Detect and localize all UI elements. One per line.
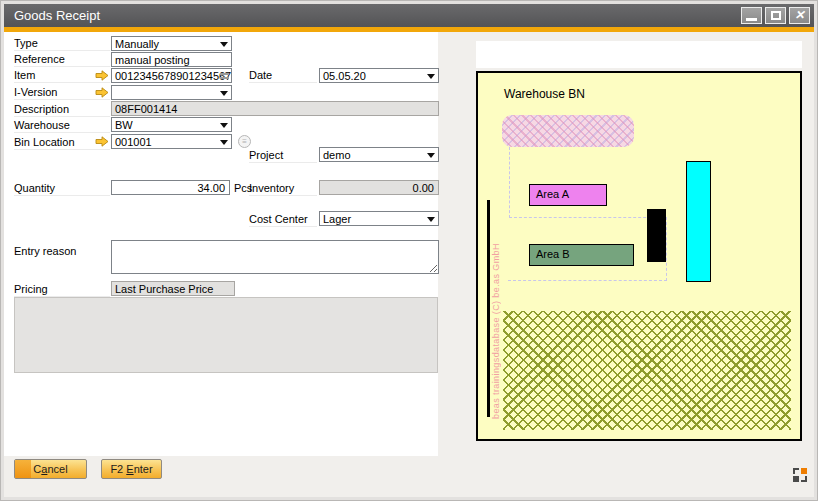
default-button-marker xyxy=(15,460,31,478)
link-arrow-icon[interactable] xyxy=(95,87,109,98)
warehouse-dropdown[interactable]: BW xyxy=(111,117,232,132)
route-dash-line xyxy=(509,147,510,218)
project-dropdown[interactable]: demo xyxy=(319,147,439,162)
type-label: Type xyxy=(14,37,110,51)
pricing-label: Pricing xyxy=(14,283,110,297)
inventory-label: Inventory xyxy=(249,182,317,196)
close-icon: ✕ xyxy=(794,8,804,23)
close-button[interactable]: ✕ xyxy=(789,7,810,24)
item-input[interactable]: 0012345678901234567890 xyxy=(111,68,232,83)
minimize-button[interactable] xyxy=(741,7,762,24)
watermark-text: beas trainingsdatabase (C) be.as GmbH xyxy=(491,213,501,419)
chevron-down-icon[interactable] xyxy=(427,74,435,79)
date-dropdown[interactable]: 05.05.20 xyxy=(319,68,439,83)
chevron-down-icon[interactable] xyxy=(220,91,228,96)
goods-receipt-window: Goods Receipt ✕ Type Manually Reference … xyxy=(0,0,818,501)
cancel-button[interactable]: Cancel xyxy=(14,459,87,479)
pricing-field: Last Purchase Price xyxy=(111,281,235,296)
black-rack[interactable] xyxy=(647,209,666,262)
quantity-input[interactable]: 34.00 xyxy=(111,180,230,195)
wall-line xyxy=(487,200,490,417)
chevron-down-icon[interactable] xyxy=(427,153,435,158)
staging-zone[interactable] xyxy=(502,115,634,147)
storage-hatch-area[interactable] xyxy=(503,311,791,430)
maximize-icon xyxy=(771,11,781,20)
route-dash-line xyxy=(509,217,666,218)
link-arrow-icon[interactable] xyxy=(95,70,109,81)
chevron-down-icon[interactable] xyxy=(220,140,228,145)
quantity-label: Quantity xyxy=(14,182,110,196)
map-toolbar xyxy=(476,41,802,68)
route-dash-line xyxy=(666,217,667,281)
project-label: Project xyxy=(249,149,317,163)
map-title: Warehouse BN xyxy=(504,87,585,101)
details-panel xyxy=(14,297,438,373)
date-label: Date xyxy=(249,69,317,83)
entry-reason-input[interactable] xyxy=(111,240,439,274)
window-title: Goods Receipt xyxy=(14,8,100,23)
reference-input[interactable]: manual posting xyxy=(111,52,232,67)
f2-enter-button[interactable]: F2 Enter xyxy=(101,459,162,479)
description-field: 08FF001414 xyxy=(111,101,439,116)
chevron-down-icon[interactable] xyxy=(220,42,228,47)
description-label: Description xyxy=(14,103,110,117)
route-dash-line xyxy=(508,280,667,281)
i-version-dropdown[interactable] xyxy=(111,85,232,100)
warehouse-map-panel[interactable]: Warehouse BN Area A Area B beas training… xyxy=(476,71,802,441)
chevron-down-icon[interactable] xyxy=(220,123,228,128)
reference-label: Reference xyxy=(14,53,110,67)
minimize-icon xyxy=(746,18,757,21)
chevron-down-icon[interactable] xyxy=(427,217,435,222)
link-arrow-icon[interactable] xyxy=(95,136,109,147)
type-dropdown[interactable]: Manually xyxy=(111,36,232,51)
bin-location-dropdown[interactable]: 001001 xyxy=(111,134,232,149)
cyan-rack[interactable] xyxy=(686,161,711,282)
area-a-rect[interactable]: Area A xyxy=(529,184,607,206)
edit-bars-icon[interactable] xyxy=(220,73,229,81)
maximize-button[interactable] xyxy=(765,7,786,24)
warehouse-label: Warehouse xyxy=(14,119,110,133)
titlebar[interactable]: Goods Receipt ✕ xyxy=(4,4,814,27)
client-area: Type Manually Reference manual posting I… xyxy=(4,32,814,497)
area-b-rect[interactable]: Area B xyxy=(529,244,634,266)
cost-center-dropdown[interactable]: Lager xyxy=(319,211,439,226)
resize-grip-icon[interactable] xyxy=(792,467,808,483)
cost-center-label: Cost Center xyxy=(249,213,317,227)
choose-from-list-icon[interactable]: ≡ xyxy=(238,135,251,148)
entry-reason-label: Entry reason xyxy=(14,245,110,259)
inventory-field: 0.00 xyxy=(319,180,439,195)
